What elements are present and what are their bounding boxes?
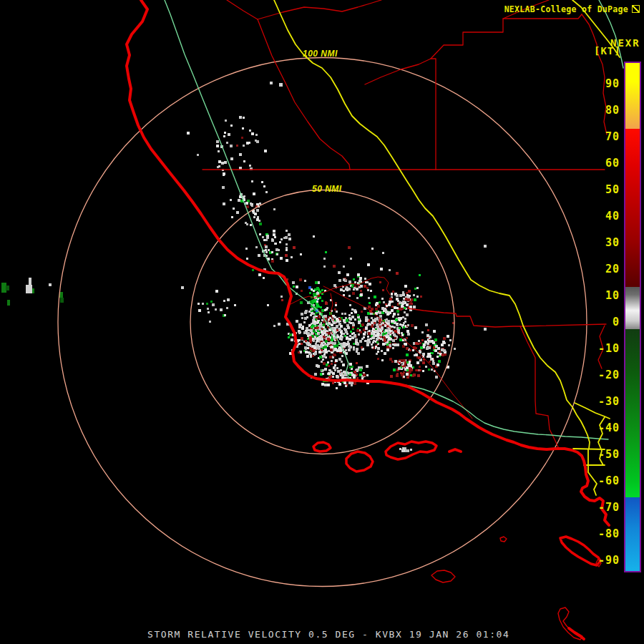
colorbar-tick--90: -90 [585,555,620,566]
colorbar-tick-60: 60 [585,157,620,169]
range-ring-label-50nmi: 50 NMI [312,184,342,194]
colorbar-tick-10: 10 [585,290,620,301]
radar-display: NEXLAB-College of DuPage NEXR [KT] 100 N… [0,0,644,644]
islands-thick [313,441,600,565]
colorbar-tick--80: -80 [585,528,620,540]
radar-echoes [1,82,487,452]
colorbar-tick-0: 0 [585,316,620,328]
colorbar-tick-80: 80 [585,104,620,116]
colorbar-tick-50: 50 [585,184,620,195]
site-title-text: NEXLAB-College of DuPage [504,4,628,14]
radar-map-canvas [0,0,644,644]
colorbar-tick--40: -40 [585,422,620,434]
product-caption: STORM RELATIVE VELOCITY 0.5 DEG - KVBX 1… [147,629,509,640]
colorbar-tick--10: -10 [585,343,620,354]
colorbar-tick--20: -20 [585,369,620,381]
colorbar-tick-90: 90 [585,78,620,89]
islands-thin [431,537,601,640]
colorbar-tick-30: 30 [585,237,620,248]
colorbar-tick--30: -30 [585,396,620,407]
colorbar-tick--70: -70 [585,502,620,513]
range-ring-label-100nmi: 100 NMI [303,49,338,59]
site-title: NEXLAB-College of DuPage [504,4,640,14]
colorbar-tick-70: 70 [585,131,620,142]
colorbar-tick-40: 40 [585,210,620,222]
colorbar-tick-20: 20 [585,263,620,275]
county-borders [203,0,607,449]
velocity-colorbar [624,62,641,572]
colorbar-tick--60: -60 [585,475,620,487]
dupage-logo-icon [632,5,640,13]
units-label: [KT] [594,45,621,57]
colorbar-tick--50: -50 [585,449,620,460]
range-rings [58,58,587,587]
highways-green [165,0,623,439]
